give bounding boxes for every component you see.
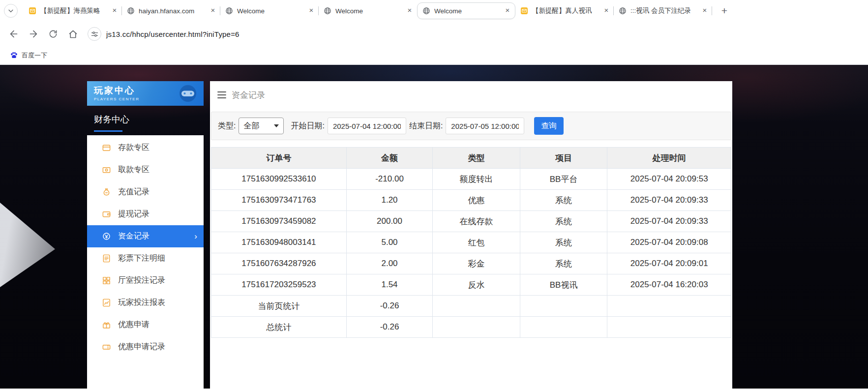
promo-apply-icon: [102, 320, 111, 329]
bet-report-icon: [102, 298, 111, 307]
sidebar-item-label: 玩家投注报表: [118, 298, 165, 308]
sidebar-item-充值记录[interactable]: 充值记录: [87, 181, 204, 203]
reload-button[interactable]: [44, 25, 62, 43]
table-row: 17516172032595231.54反水BB视讯2025-07-04 16:…: [211, 274, 731, 296]
chevron-down-icon: [7, 7, 14, 14]
sidebar-item-优惠申请[interactable]: 优惠申请: [87, 314, 204, 336]
sidebar-item-label: 优惠申请记录: [118, 342, 165, 352]
gamepad-icon: [176, 84, 200, 105]
back-button[interactable]: [5, 25, 23, 43]
browser-tab[interactable]: :::视讯 会员下注纪录×: [614, 2, 712, 19]
tab-label: Welcome: [434, 7, 499, 15]
browser-tab[interactable]: 【新提醒】海燕策略×: [24, 2, 122, 19]
tab-label: Welcome: [237, 7, 303, 15]
baidu-paw-icon: [10, 51, 18, 60]
lottery-details-icon: [102, 254, 111, 263]
home-icon: [68, 29, 78, 39]
time-cell: 2025-07-04 20:09:08: [607, 232, 731, 253]
browser-tab[interactable]: 【新提醒】真人视讯×: [515, 2, 614, 19]
forward-button[interactable]: [25, 25, 42, 43]
sidebar-item-厅室投注记录[interactable]: 厅室投注记录: [87, 269, 204, 292]
browser-tab[interactable]: Welcome×: [319, 2, 417, 19]
end-date-input[interactable]: [446, 118, 524, 134]
globe-icon: [422, 7, 430, 15]
sidebar-item-存款专区[interactable]: 存款专区: [87, 137, 204, 159]
column-header: 处理时间: [607, 148, 731, 169]
recharge-records-icon: [102, 187, 111, 197]
type-cell: 反水: [433, 274, 520, 296]
tab-close-icon[interactable]: ×: [503, 6, 512, 15]
mail-icon: [29, 7, 36, 15]
sidebar-item-资金记录[interactable]: 资金记录›: [87, 225, 204, 247]
forward-arrow-icon: [28, 29, 39, 39]
promo-records-icon: [102, 342, 111, 352]
amount-cell: 2.00: [346, 253, 432, 274]
sidebar-header: 玩家中心 PLAYERS CENTER: [87, 81, 204, 106]
tab-close-icon[interactable]: ×: [405, 6, 414, 15]
amount-cell: -0.26: [346, 296, 432, 317]
amount-cell: 1.20: [346, 190, 432, 211]
sidebar-item-label: 取款专区: [118, 165, 150, 175]
type-cell: 在线存款: [433, 211, 520, 232]
amount-cell: 1.54: [346, 274, 432, 296]
column-header: 类型: [433, 148, 520, 169]
tab-close-icon[interactable]: ×: [307, 6, 316, 15]
browser-tab[interactable]: Welcome×: [417, 2, 515, 19]
globe-icon: [619, 7, 627, 15]
tab-close-icon[interactable]: ×: [700, 6, 709, 15]
tab-label: haiyan.hfanax.com: [139, 7, 205, 15]
background-triangle-decoration: [0, 203, 55, 287]
table-row: 17516309480031415.00红包系统2025-07-04 20:09…: [211, 232, 731, 253]
type-select[interactable]: 全部: [239, 118, 284, 134]
start-date-input[interactable]: [328, 118, 406, 134]
funds-table-header-row: 订单号金额类型项目处理时间: [211, 148, 731, 169]
menu-toggle-icon[interactable]: [217, 91, 226, 98]
globe-icon: [127, 7, 135, 15]
item-cell: 系统: [520, 190, 607, 211]
funds-table: 订单号金额类型项目处理时间 1751630992533610-210.00额度转…: [211, 147, 731, 338]
address-bar[interactable]: js13.cc/hhcp/usercenter.html?iniType=6: [86, 25, 863, 43]
type-cell: 红包: [433, 232, 520, 253]
tab-strip: 【新提醒】海燕策略×haiyan.hfanax.com×Welcome×Welc…: [0, 0, 868, 22]
type-cell: 彩金: [433, 253, 520, 274]
table-row: 总统计-0.26: [211, 317, 731, 338]
tab-close-icon[interactable]: ×: [602, 6, 611, 15]
browser-tab[interactable]: Welcome×: [220, 2, 319, 19]
table-row: 1751630992533610-210.00额度转出BB平台2025-07-0…: [211, 169, 731, 190]
browser-tab[interactable]: haiyan.hfanax.com×: [122, 2, 220, 19]
sidebar-item-玩家投注报表[interactable]: 玩家投注报表: [87, 292, 204, 314]
sidebar-item-优惠申请记录[interactable]: 优惠申请记录: [87, 336, 204, 358]
filter-bar: 类型: 全部 开始日期: 结束日期: 查询: [211, 112, 731, 140]
end-date-label: 结束日期:: [409, 121, 443, 131]
sidebar-item-取款专区[interactable]: 取款专区: [87, 159, 204, 181]
tab-close-icon[interactable]: ×: [110, 6, 119, 15]
amount-cell: 200.00: [346, 211, 432, 232]
sidebar-item-提现记录[interactable]: 提现记录: [87, 203, 204, 225]
section-underline: [94, 130, 122, 132]
sidebar-item-label: 资金记录: [118, 231, 150, 241]
bookmark-baidu[interactable]: 百度一下: [7, 50, 50, 61]
time-cell: 2025-07-04 20:09:53: [607, 169, 731, 190]
reload-icon: [48, 29, 58, 39]
tab-label: 【新提醒】海燕策略: [40, 6, 106, 15]
sidebar-item-label: 充值记录: [118, 187, 150, 197]
tab-label: :::视讯 会员下注纪录: [630, 6, 696, 15]
new-tab-button[interactable]: +: [717, 3, 732, 18]
sidebar-item-彩票下注明细[interactable]: 彩票下注明细: [87, 247, 204, 269]
page-title: 资金记录: [232, 90, 265, 101]
table-row: 17516309734717631.20优惠系统2025-07-04 20:09…: [211, 190, 731, 211]
tab-close-icon[interactable]: ×: [209, 6, 217, 15]
tab-search-button[interactable]: [4, 4, 18, 18]
funds-table-body: 1751630992533610-210.00额度转出BB平台2025-07-0…: [211, 169, 731, 338]
url-text: js13.cc/hhcp/usercenter.html?iniType=6: [106, 30, 239, 38]
globe-icon: [225, 7, 233, 15]
page-header: 资金记录: [210, 81, 732, 109]
mail-icon: [520, 7, 528, 15]
table-row: 当前页统计-0.26: [211, 296, 731, 317]
home-button[interactable]: [64, 25, 82, 43]
site-info-button[interactable]: [88, 27, 101, 41]
search-button[interactable]: 查询: [534, 117, 564, 135]
sidebar-item-label: 提现记录: [118, 209, 150, 219]
time-cell: 2025-07-04 20:09:33: [607, 211, 731, 232]
tune-icon: [91, 30, 98, 38]
